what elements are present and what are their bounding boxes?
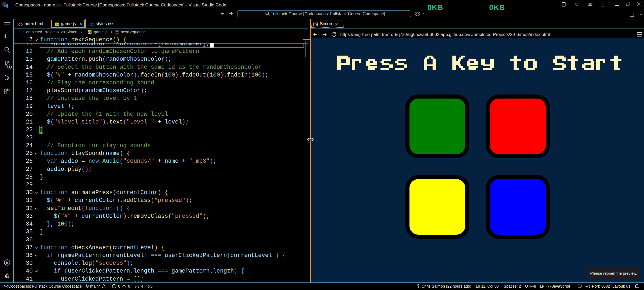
svg-text:1: 1 (9, 65, 10, 68)
